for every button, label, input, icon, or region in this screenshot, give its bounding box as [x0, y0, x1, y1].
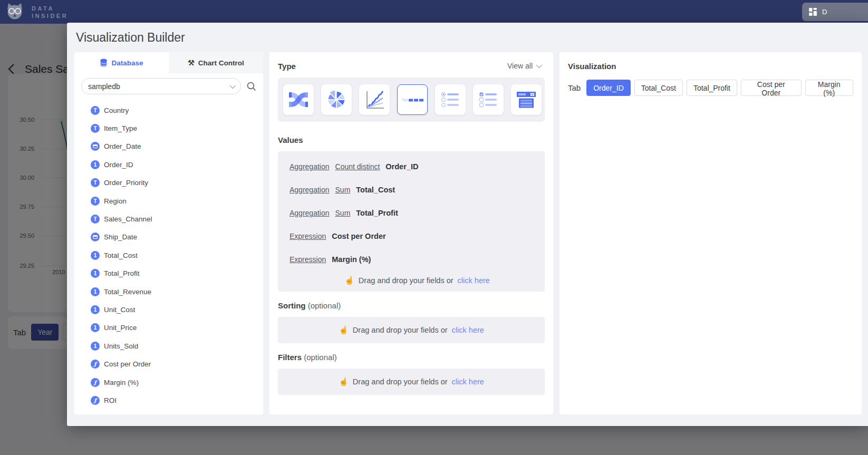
- values-dragdrop[interactable]: ☝ Drag and drop your fields or click her…: [290, 276, 545, 285]
- chart-type-pie-icon[interactable]: [321, 84, 352, 115]
- field-item[interactable]: 1Units_Sold: [74, 337, 263, 355]
- date-field-icon: [91, 233, 100, 241]
- values-heading: Values: [278, 135, 303, 144]
- field-list: TCountryTItem_TypeOrder_Date1Order_IDTOr…: [74, 99, 263, 410]
- sum-link[interactable]: Sum: [335, 186, 351, 194]
- view-all-button[interactable]: View all: [507, 62, 541, 70]
- field-item[interactable]: 1Unit_Cost: [74, 301, 263, 318]
- number-field-icon: 1: [91, 269, 100, 278]
- sorting-heading: Sorting (optional): [278, 301, 341, 310]
- tab-chart-control-label: Chart Control: [198, 59, 244, 67]
- brand-text: DATA INSIDER: [32, 5, 68, 20]
- value-field-name: Order_ID: [385, 162, 418, 171]
- text-field-icon: T: [91, 106, 100, 115]
- viz-tab-margin[interactable]: Margin (%): [805, 80, 853, 96]
- sum-link[interactable]: Sum: [335, 209, 351, 217]
- function-field-icon: ƒ: [91, 396, 100, 405]
- number-field-icon: 1: [91, 160, 100, 169]
- field-label: Unit_Price: [104, 324, 137, 332]
- field-item[interactable]: 1Total_Profit: [74, 265, 263, 283]
- svg-text:Tab: Tab: [402, 98, 408, 102]
- field-item[interactable]: TCountry: [74, 101, 263, 119]
- field-item[interactable]: 1Total_Cost: [74, 246, 263, 264]
- database-panel: Database ⚒ Chart Control sampledb TCount…: [74, 52, 263, 414]
- field-label: Cost per Order: [104, 360, 151, 368]
- chart-type-radio-list-icon[interactable]: [435, 84, 466, 115]
- values-click-here-link[interactable]: click here: [458, 276, 490, 285]
- brand-logo: DATA INSIDER: [5, 2, 68, 22]
- top-navbar: DATA INSIDER D: [0, 0, 868, 24]
- aggregation-link[interactable]: Aggregation: [290, 186, 330, 194]
- number-field-icon: 1: [91, 342, 100, 351]
- tab-database-label: Database: [111, 59, 143, 67]
- database-select-value: sampledb: [88, 82, 230, 91]
- chart-type-tab-icon[interactable]: Tab: [397, 84, 428, 115]
- field-item[interactable]: TOrder_Priority: [74, 174, 263, 192]
- expression-link[interactable]: Expression: [290, 255, 326, 264]
- viz-tab-label: Tab: [568, 83, 581, 92]
- owl-logo-icon: [5, 2, 24, 22]
- sorting-dropzone[interactable]: ☝ Drag and drop your fields or click her…: [278, 317, 545, 343]
- number-field-icon: 1: [91, 305, 100, 314]
- field-item[interactable]: Order_Date: [74, 138, 263, 156]
- value-row: AggregationSumTotal_Profit: [290, 201, 545, 225]
- value-field-name: Cost per Order: [332, 232, 385, 240]
- database-select[interactable]: sampledb: [81, 78, 241, 94]
- chart-type-picker: Tab: [278, 78, 545, 122]
- viz-tab-total-cost[interactable]: Total_Cost: [634, 80, 683, 96]
- chart-type-line-icon[interactable]: [359, 84, 390, 115]
- field-label: Total_Profit: [104, 269, 140, 277]
- field-label: Order_ID: [104, 161, 133, 169]
- visualization-heading: Visualization: [568, 62, 616, 71]
- aggregation-link[interactable]: Aggregation: [290, 162, 330, 171]
- search-icon[interactable]: [246, 81, 256, 91]
- values-dropzone[interactable]: AggregationCount distinctOrder_IDAggrega…: [278, 151, 545, 292]
- field-item[interactable]: TRegion: [74, 192, 263, 210]
- function-field-icon: ƒ: [91, 378, 100, 387]
- dashboard-icon: [808, 7, 817, 16]
- field-item[interactable]: ƒMargin (%): [74, 373, 263, 391]
- filters-dropzone[interactable]: ☝ Drag and drop your fields or click her…: [278, 369, 545, 395]
- aggregation-link[interactable]: Aggregation: [290, 209, 330, 217]
- filters-click-here-link[interactable]: click here: [452, 377, 484, 386]
- function-field-icon: ƒ: [91, 360, 100, 369]
- value-row: ExpressionCost per Order: [290, 225, 545, 248]
- chart-type-checkbox-list-icon[interactable]: [473, 84, 504, 115]
- database-icon: [100, 59, 108, 67]
- field-item[interactable]: 1Unit_Price: [74, 319, 263, 337]
- date-field-icon: [91, 142, 100, 151]
- drag-hand-icon: ☝: [339, 325, 349, 335]
- viz-tab-order-id[interactable]: Order_ID: [586, 80, 631, 96]
- chevron-down-icon: [230, 82, 236, 88]
- visualization-builder-modal: Visualization Builder Database ⚒ Chart C…: [67, 23, 868, 426]
- field-item[interactable]: Ship_Date: [74, 228, 263, 246]
- field-item[interactable]: TItem_Type: [74, 119, 263, 137]
- number-field-icon: 1: [91, 251, 100, 260]
- field-label: Unit_Cost: [104, 306, 135, 314]
- viz-tab-cost-per-order[interactable]: Cost per Order: [741, 80, 802, 96]
- chart-type-sankey-icon[interactable]: [283, 84, 314, 115]
- count-distinct-link[interactable]: Count distinct: [335, 162, 380, 171]
- field-label: Total_Cost: [104, 251, 138, 259]
- number-field-icon: 1: [91, 323, 100, 332]
- tab-database[interactable]: Database: [74, 52, 169, 73]
- value-row: AggregationSumTotal_Cost: [290, 178, 545, 201]
- field-item[interactable]: 1Order_ID: [74, 156, 263, 173]
- text-field-icon: T: [91, 124, 100, 133]
- dashboard-button[interactable]: D: [802, 3, 868, 21]
- type-heading: Type: [278, 62, 296, 71]
- value-field-name: Total_Cost: [356, 186, 395, 194]
- field-item[interactable]: TSales_Channel: [74, 210, 263, 228]
- field-item[interactable]: ƒROI: [74, 391, 263, 409]
- value-row: ExpressionMargin (%): [290, 248, 545, 271]
- expression-link[interactable]: Expression: [290, 232, 326, 240]
- field-item[interactable]: ƒCost per Order: [74, 355, 263, 373]
- value-row: AggregationCount distinctOrder_ID: [290, 155, 545, 178]
- text-field-icon: T: [91, 178, 100, 187]
- chevron-down-icon: [536, 62, 542, 68]
- sorting-click-here-link[interactable]: click here: [452, 326, 484, 334]
- viz-tab-total-profit[interactable]: Total_Profit: [687, 80, 737, 96]
- chart-type-dropdown-icon[interactable]: [511, 84, 542, 115]
- field-item[interactable]: 1Total_Revenue: [74, 283, 263, 301]
- tab-chart-control[interactable]: ⚒ Chart Control: [169, 52, 263, 73]
